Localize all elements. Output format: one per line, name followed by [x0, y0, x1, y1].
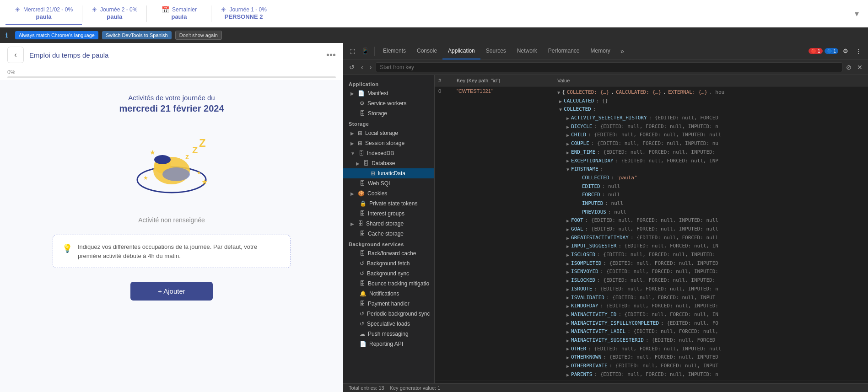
tab-console[interactable]: Console	[411, 43, 442, 59]
sidebar-item-cookies[interactable]: ▶🍪Cookies	[343, 188, 434, 199]
tree-line[interactable]: ▶ FOOT: {EDITED: null, FORCED: null, INP…	[557, 216, 864, 225]
tree-line[interactable]: ▶ MAINACTIVITY_SUGGESTERID: {EDITED: nul…	[557, 336, 864, 345]
page-title: Emploi du temps de paula	[29, 51, 321, 59]
tree-line[interactable]: ▶ ISCLOSED: {EDITED: null, FORCED: null,…	[557, 251, 864, 259]
tree-line[interactable]: ▶ CHILD: {EDITED: null, FORCED: null, IN…	[557, 131, 864, 140]
sidebar-item-lunaticdata[interactable]: ⊞lunaticData	[343, 168, 434, 178]
col-value: Value	[554, 77, 868, 84]
tree-line[interactable]: ▶ GREATESTACTIVITYDAY: {EDITED: null, FO…	[557, 234, 864, 242]
data-row-0[interactable]: 0 "CWTEST1021" ▼{COLLECTED: {…}, CALCULA…	[435, 86, 868, 381]
always-match-language-button[interactable]: Always match Chrome's language	[15, 31, 98, 39]
nav-chevron[interactable]: ▾	[851, 9, 863, 19]
clear-key-button[interactable]: ⊘	[844, 63, 853, 72]
devtools-data-toolbar: ↺ ‹ › ⊘ ✕	[343, 59, 868, 75]
sidebar-item-database[interactable]: ▶🗄Database	[343, 158, 434, 168]
sidebar-item-bounce-tracking-mitigatio[interactable]: 🗄Bounce tracking mitigatio	[343, 279, 434, 289]
forward-data-button[interactable]: ›	[367, 62, 374, 72]
tree-line[interactable]: ▶ ACTIVITY_SELECTER_HISTORY: {EDITED: nu…	[557, 114, 864, 123]
devtools-tab-bar: ⬚ 📱 ElementsConsoleApplicationSourcesNet…	[343, 43, 868, 59]
tree-line[interactable]: ▶ OTHERPRIVATE: {EDITED: null, FORCED: n…	[557, 362, 864, 371]
more-options-button[interactable]: ⋮	[853, 46, 864, 56]
back-button[interactable]: ‹	[7, 47, 24, 63]
tree-line[interactable]: ▶ BICYCLE: {EDITED: null, FORCED: null, …	[557, 123, 864, 131]
device-tool-button[interactable]: 📱	[359, 46, 372, 56]
switch-devtools-button[interactable]: Switch DevTools to Spanish	[102, 31, 172, 39]
sidebar-item-private-state-tokens[interactable]: 🔒Private state tokens	[343, 199, 434, 209]
top-nav: ☀Mercredi 21/02 - 0%paula☀Journée 2 - 0%…	[0, 0, 868, 27]
sidebar-section-storage: Storage	[343, 118, 434, 128]
tree-line[interactable]: ▶ ISVALIDATED: {EDITED: null, FORCED: nu…	[557, 294, 864, 302]
col-hash: #	[435, 77, 453, 84]
tree-line: FORCED: null	[557, 191, 864, 199]
tree-line[interactable]: ▶ MAINACTIVITY_ID: {EDITED: null, FORCED…	[557, 311, 864, 319]
tree-line[interactable]: ▶ OTHER: {EDITED: null, FORCED: null, IN…	[557, 345, 864, 354]
tree-line[interactable]: ▶ INPUT_SUGGESTER: {EDITED: null, FORCED…	[557, 242, 864, 251]
sidebar-item-indexeddb[interactable]: ▼🗄IndexedDB	[343, 148, 434, 158]
app-content: Activités de votre journée du mercredi 2…	[0, 80, 343, 392]
warn-badge: 🔵 1	[825, 48, 838, 54]
sidebar-item-interest-groups[interactable]: 🗄Interest groups	[343, 209, 434, 219]
tree-line[interactable]: ▶ ISLOCKED: {EDITED: null, FORCED: null,…	[557, 276, 864, 285]
tree-line[interactable]: ▶ ISENVOYED: {EDITED: null, FORCED: null…	[557, 268, 864, 276]
tree-line: PREVIOUS: null	[557, 208, 864, 217]
sidebar-item-background-fetch[interactable]: ↺Background fetch	[343, 258, 434, 268]
nav-item-semainier[interactable]: 📅Semainierpaula	[147, 2, 211, 25]
nav-item-mercredi[interactable]: ☀Mercredi 21/02 - 0%paula	[5, 2, 82, 25]
sidebar-item-local-storage[interactable]: ▶⊞Local storage	[343, 128, 434, 138]
sidebar-item-speculative-loads[interactable]: ↺Speculative loads	[343, 319, 434, 329]
tree-line[interactable]: ▶ PARENTS: {EDITED: null, FORCED: null, …	[557, 371, 864, 379]
tree-line[interactable]: ▼ COLLECTED:	[557, 105, 864, 114]
sidebar-item-manifest[interactable]: ▶📄Manifest	[343, 88, 434, 98]
tree-line[interactable]: ▶ ISROUTE: {EDITED: null, FORCED: null, …	[557, 285, 864, 294]
sidebar-item-background-sync[interactable]: ↺Background sync	[343, 268, 434, 279]
sidebar-item-backforward-cache[interactable]: 🗄Back/forward cache	[343, 248, 434, 258]
tab-performance[interactable]: Performance	[543, 43, 585, 59]
tree-line: EDITED: null	[557, 183, 864, 191]
tree-line[interactable]: ▶ END_TIME: {EDITED: null, FORCED: null,…	[557, 148, 864, 157]
more-button[interactable]: •••	[326, 50, 336, 60]
tree-line[interactable]: ▶ KINDOFDAY: {EDITED: null, FORCED: null…	[557, 302, 864, 311]
start-from-key-input[interactable]	[376, 62, 842, 72]
settings-button[interactable]: ⚙	[840, 46, 851, 56]
sidebar-item-service-workers[interactable]: ⚙Service workers	[343, 98, 434, 108]
tree-line[interactable]: ▶ COUPLE: {EDITED: null, FORCED: null, I…	[557, 140, 864, 148]
sidebar-item-session-storage[interactable]: ▶⊞Session storage	[343, 138, 434, 148]
nav-item-journee2[interactable]: ☀Journée 2 - 0%paula	[82, 2, 146, 25]
cursor-tool-button[interactable]: ⬚	[347, 46, 358, 56]
svg-text:Z: Z	[192, 145, 198, 155]
sidebar-item-shared-storage[interactable]: ▶🗄Shared storage	[343, 219, 434, 229]
sidebar-item-push-messaging[interactable]: ☁Push messaging	[343, 329, 434, 339]
sidebar-item-reporting-api[interactable]: 📄Reporting API	[343, 339, 434, 349]
add-activity-button[interactable]: + Ajouter	[130, 282, 213, 301]
refresh-button[interactable]: ↺	[347, 62, 357, 72]
nav-item-journee1[interactable]: ☀Journée 1 - 0%PERSONNE 2	[211, 2, 275, 25]
tree-line[interactable]: ▶ EXCEPTIONALDAY: {EDITED: null, FORCED:…	[557, 157, 864, 166]
tree-line[interactable]: ▼ FIRSTNAME:	[557, 165, 864, 174]
sidebar-item-cache-storage[interactable]: 🗄Cache storage	[343, 229, 434, 239]
sidebar-item-web-sql[interactable]: 🗄Web SQL	[343, 178, 434, 188]
more-tabs-button[interactable]: »	[617, 46, 628, 57]
tree-line[interactable]: ▶ CALCULATED: {}	[557, 97, 864, 106]
tree-line[interactable]: ▶ MAINACTIVITY_LABEL: {EDITED: null, FOR…	[557, 328, 864, 336]
sidebar-item-payment-handler[interactable]: 🗄Payment handler	[343, 299, 434, 309]
tab-memory[interactable]: Memory	[585, 43, 616, 59]
tab-application[interactable]: Application	[442, 43, 480, 59]
tree-line[interactable]: ▶ GOAL: {EDITED: null, FORCED: null, INP…	[557, 225, 864, 234]
sidebar-item-storage[interactable]: 🗄Storage	[343, 108, 434, 118]
dont-show-again-button[interactable]: Don't show again	[175, 31, 222, 40]
tab-sources[interactable]: Sources	[480, 43, 512, 59]
back-data-button[interactable]: ‹	[359, 62, 366, 72]
svg-text:★: ★	[143, 175, 148, 181]
app-panel: ‹ Emploi du temps de paula ••• 0% Activi…	[0, 43, 343, 392]
main-area: ‹ Emploi du temps de paula ••• 0% Activi…	[0, 43, 868, 392]
sidebar-item-periodic-background-sync[interactable]: ↺Periodic background sync	[343, 309, 434, 319]
sidebar-item-notifications[interactable]: 🔔Notifications	[343, 289, 434, 299]
close-data-button[interactable]: ✕	[855, 63, 864, 72]
row-key: "CWTEST1021"	[453, 86, 554, 96]
tab-elements[interactable]: Elements	[377, 43, 411, 59]
tree-line[interactable]: ▶ MAINACTIVITY_ISFULLYCOMPLETED: {EDITED…	[557, 319, 864, 328]
tree-line[interactable]: ▶ ISOMPLETED: {EDITED: null, FORCED: nul…	[557, 259, 864, 268]
activity-header: Activités de votre journée du mercredi 2…	[119, 94, 224, 114]
tab-network[interactable]: Network	[512, 43, 543, 59]
tree-line[interactable]: ▶ OTHERKNOWN: {EDITED: null, FORCED: nul…	[557, 353, 864, 362]
